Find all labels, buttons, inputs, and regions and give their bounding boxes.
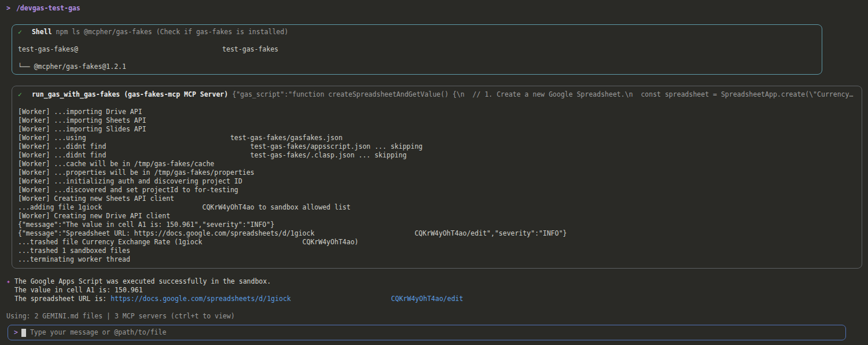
response-lines: The Google Apps Script was executed succ… xyxy=(14,277,463,303)
mcp-tool-name: run_gas_with_gas-fakes (gas-fakes-mcp MC… xyxy=(32,90,228,98)
user-command-text: /devgas-test-gas xyxy=(16,4,80,13)
gemini-cli-terminal: > /devgas-test-gas ✓Shellnpm ls @mcpher/… xyxy=(0,0,868,340)
shell-tool-card: ✓Shellnpm ls @mcpher/gas-fakes (Check if… xyxy=(12,24,822,75)
user-command-line: > /devgas-test-gas xyxy=(6,4,868,13)
shell-tool-header: ✓Shellnpm ls @mcpher/gas-fakes (Check if… xyxy=(18,28,816,36)
mcp-tool-output: [Worker] ...importing Drive API [Worker]… xyxy=(18,99,856,264)
response-line-3-prefix: The spreadsheet URL is: xyxy=(14,295,111,303)
check-icon: ✓ xyxy=(18,28,22,36)
mcp-tool-args: {"gas_script":"function createSpreadshee… xyxy=(232,90,853,98)
input-prompt-icon: > xyxy=(14,328,18,337)
mcp-tool-header: ✓run_gas_with_gas-fakes (gas-fakes-mcp M… xyxy=(18,90,856,99)
response-line-1: The Google Apps Script was executed succ… xyxy=(14,277,463,286)
text-cursor xyxy=(21,329,26,337)
shell-tool-output: test-gas-fakes@ test-gas-fakes └── @mcph… xyxy=(18,36,816,71)
sparkle-icon: ✦ xyxy=(6,277,14,303)
mcp-tool-card: ✓run_gas_with_gas-fakes (gas-fakes-mcp M… xyxy=(12,86,862,269)
shell-tool-name: Shell xyxy=(32,28,52,36)
response-line-3: The spreadsheet URL is: https://docs.goo… xyxy=(14,295,463,303)
message-input[interactable]: > Type your message or @path/to/file xyxy=(8,325,846,340)
context-status-line: Using: 2 GEMINI.md files | 3 MCP servers… xyxy=(6,312,868,321)
check-icon: ✓ xyxy=(18,90,22,98)
input-placeholder: Type your message or @path/to/file xyxy=(30,328,166,337)
spreadsheet-link[interactable]: https://docs.google.com/spreadsheets/d/1… xyxy=(111,295,463,303)
shell-tool-command: npm ls @mcpher/gas-fakes (Check if gas-f… xyxy=(56,28,289,36)
response-block: ✦ The Google Apps Script was executed su… xyxy=(6,277,868,303)
response-line-2: The value in cell A1 is: 150.961 xyxy=(14,286,463,295)
history-prompt-icon: > xyxy=(6,4,10,13)
